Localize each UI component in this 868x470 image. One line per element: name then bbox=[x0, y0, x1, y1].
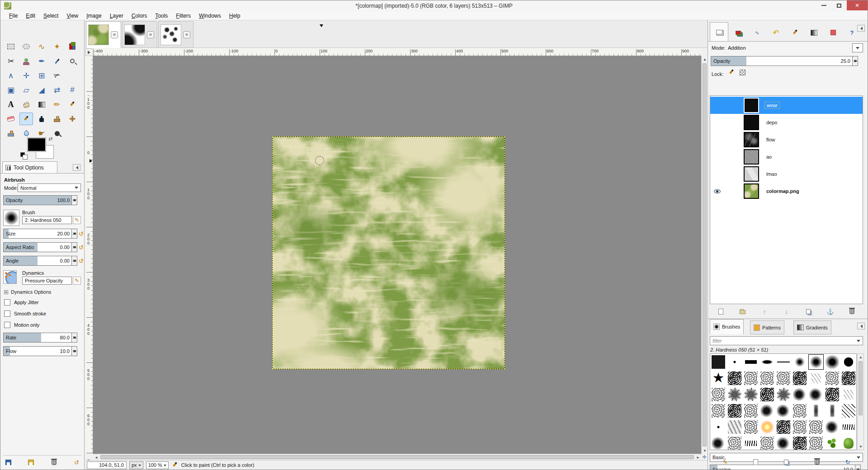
brush-swatch[interactable] bbox=[776, 436, 791, 450]
layer-opacity-spinner[interactable] bbox=[853, 56, 858, 66]
image-tab-mask-close-button[interactable]: ✕ bbox=[147, 31, 154, 38]
toolbox-collapse-button[interactable] bbox=[73, 164, 80, 171]
duplicate-layer-button[interactable] bbox=[802, 307, 814, 316]
brush-swatch[interactable] bbox=[841, 371, 856, 386]
brush-thumbnail[interactable] bbox=[3, 210, 19, 226]
lower-layer-button[interactable]: ↓ bbox=[780, 307, 792, 316]
dynamics-options-expander[interactable]: Dynamics Options bbox=[4, 289, 51, 295]
brush-swatch[interactable] bbox=[760, 403, 775, 418]
dock-tab-paintbrush[interactable] bbox=[786, 24, 804, 41]
size-slider[interactable]: Size 20.00 bbox=[3, 229, 72, 239]
alignment-tool[interactable]: ⊞ bbox=[35, 69, 48, 82]
menu-help[interactable]: Help bbox=[225, 12, 245, 20]
scroll-down-arrow[interactable]: ▼ bbox=[702, 447, 708, 454]
text-tool[interactable]: A bbox=[4, 98, 18, 111]
brush-swatch[interactable] bbox=[808, 354, 824, 370]
brush-swatch[interactable] bbox=[743, 371, 759, 386]
vertical-scroll-thumb[interactable] bbox=[703, 63, 707, 446]
scroll-up-arrow[interactable]: ▲ bbox=[702, 56, 708, 62]
menu-image[interactable]: Image bbox=[82, 12, 105, 20]
brush-swatch[interactable] bbox=[808, 403, 824, 418]
free-select-tool[interactable]: ∿ bbox=[35, 40, 48, 53]
layer-opacity-slider[interactable]: Opacity 25.0 bbox=[711, 56, 853, 66]
dynamics-name-field[interactable]: Pressure Opacity bbox=[22, 277, 72, 285]
image-canvas[interactable] bbox=[272, 136, 505, 369]
restore-tool-preset-button[interactable] bbox=[26, 458, 36, 467]
brush-swatch[interactable] bbox=[825, 419, 840, 435]
menu-colors[interactable]: Colors bbox=[127, 12, 151, 20]
zoom-tool[interactable] bbox=[66, 55, 79, 67]
lock-pixels-toggle[interactable] bbox=[728, 69, 735, 76]
clone-tool[interactable] bbox=[50, 113, 64, 125]
reset-aspect-icon[interactable]: ↺ bbox=[79, 244, 84, 251]
size-spinner[interactable] bbox=[72, 229, 77, 239]
brush-swatch[interactable] bbox=[841, 387, 856, 402]
bucket-fill-tool[interactable] bbox=[19, 98, 33, 111]
brush-swatch[interactable] bbox=[792, 419, 807, 435]
horizontal-scrollbar[interactable]: ◄ ► bbox=[93, 454, 701, 460]
brush-swatch[interactable] bbox=[711, 403, 726, 418]
menu-file[interactable]: File bbox=[5, 12, 22, 20]
brush-swatch[interactable] bbox=[792, 403, 807, 418]
flow-slider[interactable]: Flow 10.0 bbox=[3, 346, 72, 356]
brush-swatch[interactable] bbox=[825, 436, 840, 450]
brush-swatch[interactable] bbox=[776, 371, 791, 386]
measure-tool[interactable]: ∧ bbox=[4, 69, 18, 82]
brush-swatch[interactable] bbox=[760, 354, 775, 370]
vertical-ruler[interactable]: - 1 0 001 0 02 0 03 0 04 0 05 0 06 0 07 … bbox=[85, 56, 93, 454]
tab-patterns[interactable]: Patterns bbox=[750, 320, 784, 334]
select-by-color-tool[interactable] bbox=[66, 40, 79, 53]
brush-swatch[interactable] bbox=[808, 436, 824, 450]
refresh-brushes-button[interactable]: ↻ bbox=[842, 457, 854, 466]
raise-layer-button[interactable]: ↑ bbox=[759, 307, 770, 316]
brush-swatch[interactable] bbox=[760, 387, 775, 402]
pencil-tool[interactable]: ✏ bbox=[50, 98, 64, 111]
aspect-ratio-spinner[interactable] bbox=[72, 242, 77, 252]
layer-row-flow[interactable]: flow bbox=[710, 131, 863, 148]
brush-swatch[interactable] bbox=[760, 436, 775, 450]
canvas-viewport[interactable] bbox=[93, 56, 701, 454]
brush-scroll-up-arrow[interactable]: ▲ bbox=[858, 354, 864, 360]
new-layer-button[interactable] bbox=[715, 307, 726, 316]
foreground-color-swatch[interactable] bbox=[28, 138, 46, 151]
zoom-select[interactable]: 100 % bbox=[146, 461, 169, 469]
perspective-tool[interactable]: ◢ bbox=[35, 84, 48, 96]
opacity-slider[interactable]: Opacity 100.0 bbox=[3, 195, 72, 205]
unified-transform-tool[interactable]: ▣ bbox=[4, 84, 18, 96]
ink-tool[interactable] bbox=[35, 113, 48, 125]
brush-swatch[interactable] bbox=[841, 354, 856, 370]
dock-tab-channels[interactable] bbox=[729, 24, 747, 41]
angle-slider[interactable]: Angle 0.00 bbox=[3, 256, 72, 266]
brush-swatch[interactable] bbox=[776, 387, 791, 402]
scroll-right-arrow[interactable]: ► bbox=[695, 454, 701, 461]
heal-tool[interactable]: ✚ bbox=[66, 113, 79, 125]
save-tool-preset-button[interactable] bbox=[3, 458, 14, 467]
layer-row-colormap.png[interactable]: colormap.png bbox=[710, 183, 863, 200]
brush-name-field[interactable]: 2. Hardness 050 bbox=[22, 216, 72, 224]
brush-swatch[interactable] bbox=[727, 354, 742, 370]
delete-layer-button[interactable] bbox=[846, 307, 858, 316]
layer-row-wear[interactable]: wear bbox=[710, 97, 863, 114]
brush-swatch[interactable] bbox=[808, 387, 824, 402]
paint-mode-select[interactable]: Normal bbox=[18, 183, 81, 192]
color-picker-tool[interactable] bbox=[50, 55, 64, 67]
menu-filters[interactable]: Filters bbox=[172, 12, 195, 20]
airbrush-tool[interactable] bbox=[19, 113, 33, 125]
minimize-button[interactable] bbox=[816, 0, 831, 10]
cage-transform-tool[interactable]: # bbox=[66, 84, 79, 96]
rate-slider[interactable]: Rate 80.0 bbox=[3, 333, 72, 343]
reset-tool-options-button[interactable]: ↺ bbox=[71, 458, 82, 467]
foreground-select-tool[interactable] bbox=[19, 55, 33, 67]
menu-edit[interactable]: Edit bbox=[22, 12, 39, 20]
close-button[interactable]: ✕ bbox=[847, 0, 868, 10]
flow-spinner[interactable] bbox=[72, 346, 77, 356]
apply-jitter-checkbox[interactable] bbox=[4, 299, 10, 306]
delete-brush-button[interactable] bbox=[811, 457, 823, 466]
fuzzy-select-tool[interactable]: ✦ bbox=[50, 40, 64, 53]
brushes-dock-collapse-button[interactable] bbox=[857, 323, 865, 329]
brush-swatch[interactable] bbox=[792, 371, 807, 386]
scroll-left-arrow[interactable]: ◄ bbox=[93, 454, 99, 461]
layer-row-depo[interactable]: depo bbox=[710, 114, 863, 131]
ruler-corner-button[interactable] bbox=[85, 48, 93, 56]
dock-tab-layers[interactable] bbox=[710, 22, 728, 41]
